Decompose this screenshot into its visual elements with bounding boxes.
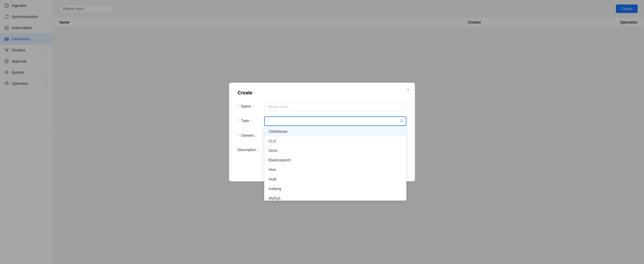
type-dropdown-list: ClickHouseCLSDorisElasticsearchHiveHudiI… bbox=[264, 126, 406, 201]
form-row-type: * Type： ClickHouseCLSDorisElasticsearchH… bbox=[238, 116, 406, 126]
dropdown-item-elasticsearch[interactable]: Elasticsearch bbox=[264, 155, 406, 165]
modal-overlay: Create × * Name： * Type： bbox=[0, 0, 644, 264]
dropdown-item-doris[interactable]: Doris bbox=[264, 146, 406, 155]
dropdown-item-mysql[interactable]: MySQL bbox=[264, 193, 406, 201]
type-input-wrapper: ClickHouseCLSDorisElasticsearchHiveHudiI… bbox=[264, 116, 406, 126]
type-input[interactable] bbox=[264, 116, 406, 126]
dropdown-item-hive[interactable]: Hive bbox=[264, 165, 406, 174]
owners-label: * Owners： bbox=[238, 131, 264, 138]
owners-required-star: * bbox=[238, 133, 239, 138]
name-required-star: * bbox=[238, 104, 239, 108]
modal-title: Create bbox=[238, 90, 406, 96]
modal-close-button[interactable]: × bbox=[407, 87, 410, 92]
dropdown-item-hudi[interactable]: Hudi bbox=[264, 174, 406, 184]
type-search-icon bbox=[400, 119, 404, 124]
dropdown-item-iceberg[interactable]: Iceberg bbox=[264, 184, 406, 193]
type-label: * Type： bbox=[238, 116, 264, 123]
name-field bbox=[264, 102, 406, 111]
name-input[interactable] bbox=[264, 102, 406, 111]
dropdown-item-cls[interactable]: CLS bbox=[264, 136, 406, 146]
type-field: ClickHouseCLSDorisElasticsearchHiveHudiI… bbox=[264, 116, 406, 126]
modal-dialog: Create × * Name： * Type： bbox=[229, 83, 415, 181]
dropdown-item-clickhouse[interactable]: ClickHouse bbox=[264, 127, 406, 136]
form-row-name: * Name： bbox=[238, 102, 406, 111]
type-required-star: * bbox=[238, 118, 239, 123]
description-label: Description： bbox=[238, 146, 264, 152]
name-label: * Name： bbox=[238, 102, 264, 109]
